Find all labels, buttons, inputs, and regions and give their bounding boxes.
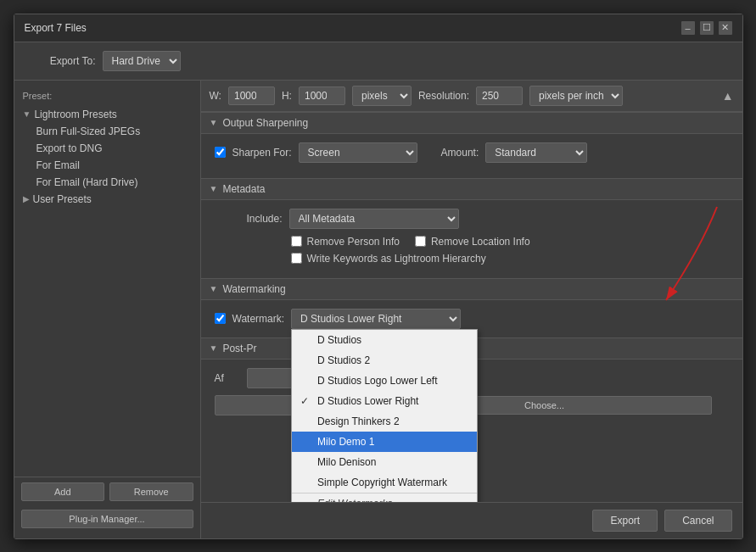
resolution-units-select[interactable]: pixels per inch — [529, 86, 623, 106]
remove-location-checkbox[interactable] — [415, 236, 426, 247]
sidebar-add-remove: Add Remove — [14, 477, 200, 506]
sidebar-item-export-dng[interactable]: Export to DNG — [18, 140, 197, 157]
units-select[interactable]: pixels — [352, 86, 412, 106]
add-preset-button[interactable]: Add — [21, 482, 105, 501]
after-label: Af — [215, 372, 240, 384]
remove-location-label: Remove Location Info — [431, 236, 530, 248]
content-area: ▼ Output Sharpening Sharpen For: Screen … — [201, 112, 742, 502]
plugin-manager-button[interactable]: Plug-in Manager... — [21, 510, 193, 528]
remove-person-checkbox[interactable] — [291, 236, 302, 247]
resolution-row: W: H: pixels Resolution: pixels per inch… — [201, 81, 742, 112]
section-arrow-icon: ▼ — [210, 184, 218, 193]
resolution-label: Resolution: — [418, 90, 469, 102]
main-panel: W: H: pixels Resolution: pixels per inch… — [201, 81, 742, 538]
checkmark-icon — [300, 436, 312, 448]
tree-arrow-icon: ▶ — [23, 194, 30, 204]
watermarking-body: Watermark: D Studios Lower Right D Studi… — [201, 300, 742, 337]
output-sharpening-label: Output Sharpening — [222, 117, 308, 129]
include-row: Include: All Metadata — [215, 209, 729, 229]
export-to-label: Export To: — [28, 55, 96, 67]
preset-tree: ▼ Lightroom Presets Burn Full-Sized JPEG… — [14, 106, 200, 477]
metadata-body: Include: All Metadata Remove Person Info… — [201, 200, 742, 278]
watermark-checkbox[interactable] — [215, 313, 226, 324]
metadata-header[interactable]: ▼ Metadata — [201, 178, 742, 200]
write-keywords-checkbox[interactable] — [291, 253, 302, 264]
sidebar-child-label: Burn Full-Sized JPEGs — [36, 125, 141, 137]
amount-select[interactable]: Standard — [485, 142, 587, 163]
dropdown-item-design-thinkers[interactable]: Design Thinkers 2 — [292, 411, 477, 432]
amount-label: Amount: — [441, 147, 479, 159]
watermark-select[interactable]: D Studios Lower Right — [291, 309, 461, 329]
maximize-button[interactable]: ☐ — [700, 21, 714, 35]
dropdown-item-d-studios-logo[interactable]: D Studios Logo Lower Left — [292, 371, 477, 391]
close-button[interactable]: ✕ — [719, 21, 732, 35]
height-input[interactable] — [299, 86, 345, 105]
watermarking-label: Watermarking — [222, 283, 285, 295]
height-label: H: — [282, 90, 292, 102]
post-processing-label: Post-Pr — [222, 343, 256, 354]
write-keywords-label: Write Keywords as Lightroom Hierarchy — [307, 253, 486, 265]
sidebar-item-label: User Presets — [33, 193, 92, 205]
checkmark-icon — [300, 477, 312, 488]
title-controls: – ☐ ✕ — [681, 21, 732, 35]
dropdown-item-milo-denison[interactable]: Milo Denison — [292, 452, 477, 472]
tree-arrow-icon: ▼ — [23, 109, 31, 119]
include-label: Include: — [215, 213, 283, 225]
sharpen-for-select[interactable]: Screen — [299, 142, 417, 163]
write-keywords-row: Write Keywords as Lightroom Hierarchy — [291, 253, 729, 265]
dropdown-item-d-studios-2[interactable]: D Studios 2 — [292, 350, 477, 371]
dropdown-item-edit-watermarks[interactable]: Edit Watermarks... — [292, 493, 477, 502]
sidebar-child-label: For Email (Hard Drive) — [36, 176, 138, 188]
dropdown-item-milo-demo[interactable]: Milo Demo 1 — [292, 432, 477, 452]
dropdown-item-simple-copyright[interactable]: Simple Copyright Watermark — [292, 472, 477, 493]
collapse-icon[interactable]: ▲ — [722, 89, 734, 103]
section-arrow-icon: ▼ — [210, 118, 218, 127]
sidebar-item-burn-full[interactable]: Burn Full-Sized JPEGs — [18, 123, 197, 140]
checkmark-icon — [300, 375, 312, 387]
checkmark-icon — [300, 498, 312, 502]
width-label: W: — [210, 90, 221, 102]
checkmark-icon — [300, 354, 312, 366]
title-bar: Export 7 Files – ☐ ✕ — [14, 14, 742, 42]
sharpen-for-checkbox[interactable] — [215, 147, 226, 158]
sharpen-for-label: Sharpen For: — [232, 147, 292, 159]
export-button[interactable]: Export — [592, 510, 658, 532]
selected-checkmark-icon: ✓ — [300, 395, 312, 407]
output-sharpening-header[interactable]: ▼ Output Sharpening — [201, 112, 742, 134]
remove-person-row: Remove Person Info Remove Location Info — [291, 236, 729, 248]
bottom-bar: Export Cancel — [201, 502, 742, 538]
export-to-row: Export To: Hard Drive — [14, 42, 742, 81]
watermark-select-wrap: D Studios Lower Right D Studios — [291, 309, 461, 329]
cancel-button[interactable]: Cancel — [664, 510, 731, 532]
resolution-input[interactable] — [476, 86, 523, 105]
dialog-body: Preset: ▼ Lightroom Presets Burn Full-Si… — [14, 81, 742, 538]
dialog-title: Export 7 Files — [25, 22, 87, 34]
sidebar-item-user-presets[interactable]: ▶ User Presets — [18, 191, 197, 208]
watermark-dropdown: D Studios D Studios 2 D Studios Logo Low… — [291, 329, 478, 502]
sharpen-for-row: Sharpen For: Screen Amount: Standard — [215, 142, 729, 163]
sidebar-item-for-email-hd[interactable]: For Email (Hard Drive) — [18, 174, 197, 191]
remove-preset-button[interactable]: Remove — [109, 482, 193, 501]
sidebar: Preset: ▼ Lightroom Presets Burn Full-Si… — [14, 81, 201, 538]
sidebar-item-label: Lightroom Presets — [34, 109, 116, 120]
watermarking-header[interactable]: ▼ Watermarking — [201, 278, 742, 300]
section-arrow-icon: ▼ — [210, 343, 218, 353]
dropdown-item-d-studios-lower-right[interactable]: ✓ D Studios Lower Right — [292, 391, 477, 411]
watermark-label: Watermark: — [232, 313, 285, 325]
export-to-select[interactable]: Hard Drive — [103, 51, 181, 71]
width-input[interactable] — [228, 86, 275, 105]
export-dialog: Export 7 Files – ☐ ✕ Export To: Hard Dri… — [14, 14, 743, 539]
preset-label: Preset: — [14, 87, 200, 106]
remove-person-label: Remove Person Info — [307, 236, 400, 248]
minimize-button[interactable]: – — [681, 21, 695, 35]
output-sharpening-body: Sharpen For: Screen Amount: Standard — [201, 134, 742, 178]
sidebar-child-label: For Email — [36, 159, 80, 171]
sidebar-item-lightroom-presets[interactable]: ▼ Lightroom Presets — [18, 106, 197, 123]
checkmark-icon — [300, 456, 312, 468]
include-select[interactable]: All Metadata — [289, 209, 459, 229]
watermark-row: Watermark: D Studios Lower Right D Studi… — [215, 309, 729, 329]
sidebar-item-for-email[interactable]: For Email — [18, 157, 197, 174]
dropdown-item-d-studios[interactable]: D Studios — [292, 330, 477, 350]
section-arrow-icon: ▼ — [210, 284, 218, 293]
checkmark-icon — [300, 415, 312, 427]
